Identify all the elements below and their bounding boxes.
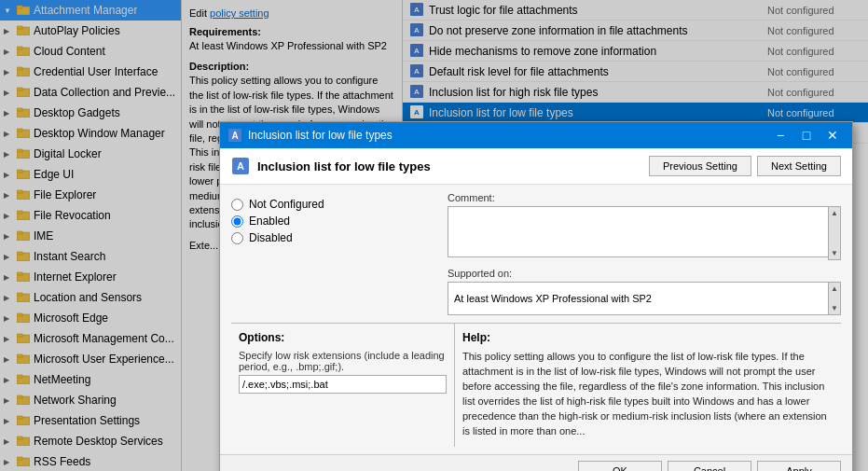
dialog[interactable]: A Inclusion list for low file types − □ … bbox=[219, 121, 853, 471]
radio-disabled[interactable]: Disabled bbox=[231, 231, 436, 244]
svg-rect-19 bbox=[17, 190, 22, 193]
policy-row[interactable]: A Hide mechanisms to remove zone informa… bbox=[403, 41, 868, 62]
policy-row[interactable]: A Trust logic for file attachmentsNot co… bbox=[403, 0, 868, 21]
policy-row[interactable]: A Inclusion list for high risk file type… bbox=[403, 82, 868, 103]
policy-link[interactable]: policy setting bbox=[210, 7, 269, 19]
folder-icon bbox=[17, 414, 30, 428]
sidebar-item-11[interactable]: ▶ IME bbox=[0, 226, 181, 246]
sidebar-item-16[interactable]: ▶ Microsoft Management Co... bbox=[0, 328, 181, 349]
sidebar-item-19[interactable]: ▶ Network Sharing bbox=[0, 390, 181, 410]
sidebar-item-label: IME bbox=[34, 229, 53, 242]
policy-status: Not configured bbox=[767, 46, 861, 57]
description-label: Description: bbox=[189, 61, 394, 72]
sidebar-item-14[interactable]: ▶ Location and Sensors bbox=[0, 287, 181, 308]
folder-icon bbox=[17, 45, 30, 59]
sidebar-item-15[interactable]: ▶ Microsoft Edge bbox=[0, 308, 181, 328]
dialog-body: Not Configured Enabled Disabled bbox=[220, 185, 852, 454]
sidebar-item-7[interactable]: ▶ Digital Locker bbox=[0, 144, 181, 164]
dialog-subtitle-icon: A bbox=[231, 157, 250, 175]
sidebar-item-5[interactable]: ▶ Desktop Gadgets bbox=[0, 103, 181, 123]
sidebar-item-label: Edge UI bbox=[34, 168, 74, 181]
sidebar-item-label: AutoPlay Policies bbox=[34, 24, 120, 37]
policy-row[interactable]: A Default risk level for file attachment… bbox=[403, 62, 868, 82]
sidebar-item-6[interactable]: ▶ Desktop Window Manager bbox=[0, 123, 181, 144]
folder-icon bbox=[17, 229, 30, 243]
policy-row[interactable]: A Inclusion list for low file typesNot c… bbox=[403, 103, 868, 123]
comment-textarea[interactable] bbox=[448, 206, 841, 257]
sidebar-item-0[interactable]: ▼ Attachment Manager bbox=[0, 0, 181, 21]
policy-status: Not configured bbox=[767, 5, 861, 16]
folder-icon bbox=[17, 127, 30, 141]
sidebar-item-label: Microsoft Management Co... bbox=[34, 332, 174, 345]
svg-rect-41 bbox=[17, 416, 22, 419]
next-setting-button[interactable]: Next Setting bbox=[757, 156, 841, 176]
help-text: This policy setting allows you to config… bbox=[462, 350, 834, 439]
sidebar-item-label: Digital Locker bbox=[34, 147, 102, 160]
sidebar-item-label: File Revocation bbox=[34, 209, 111, 222]
sidebar-item-20[interactable]: ▶ Presentation Settings bbox=[0, 410, 181, 431]
dialog-title: Inclusion list for low file types bbox=[248, 129, 768, 142]
sidebar-item-10[interactable]: ▶ File Revocation bbox=[0, 205, 181, 226]
folder-icon bbox=[17, 86, 30, 100]
expand-arrow-icon: ▶ bbox=[4, 130, 15, 138]
policy-row-icon: A bbox=[410, 85, 425, 100]
sidebar-item-label: Desktop Window Manager bbox=[34, 127, 165, 140]
svg-rect-13 bbox=[17, 129, 22, 132]
expand-arrow-icon: ▶ bbox=[4, 68, 15, 76]
svg-text:A: A bbox=[414, 67, 420, 76]
dialog-right-fields: Comment: ▲ ▼ Supported on: At least Wind… bbox=[448, 192, 841, 315]
expand-arrow-icon: ▶ bbox=[4, 109, 15, 118]
sidebar-item-1[interactable]: ▶ AutoPlay Policies bbox=[0, 21, 181, 41]
sidebar-item-2[interactable]: ▶ Cloud Content bbox=[0, 41, 181, 62]
svg-text:A: A bbox=[414, 88, 420, 96]
dialog-actions: OK Cancel Apply bbox=[220, 454, 852, 471]
policy-row-icon: A bbox=[410, 105, 425, 120]
supported-label: Supported on: bbox=[448, 268, 841, 279]
sidebar-item-22[interactable]: ▶ RSS Feeds bbox=[0, 451, 181, 471]
close-button[interactable]: ✕ bbox=[820, 125, 845, 145]
dialog-subtitle-buttons: Previous Setting Next Setting bbox=[649, 156, 841, 176]
sidebar-item-4[interactable]: ▶ Data Collection and Previe... bbox=[0, 82, 181, 103]
radio-enabled[interactable]: Enabled bbox=[231, 215, 436, 228]
sidebar-item-9[interactable]: ▶ File Explorer bbox=[0, 185, 181, 205]
folder-icon bbox=[17, 435, 30, 449]
dialog-title-icon: A bbox=[227, 128, 242, 143]
folder-icon bbox=[17, 291, 30, 305]
expand-arrow-icon: ▶ bbox=[4, 335, 15, 343]
sidebar-item-label: Remote Desktop Services bbox=[34, 435, 163, 448]
maximize-button[interactable]: □ bbox=[794, 125, 819, 145]
svg-rect-5 bbox=[17, 47, 22, 49]
policy-name: Inclusion list for high risk file types bbox=[429, 86, 767, 99]
apply-button[interactable]: Apply bbox=[757, 461, 841, 471]
folder-icon bbox=[17, 312, 30, 326]
ok-button[interactable]: OK bbox=[578, 461, 662, 471]
sidebar-item-label: Microsoft Edge bbox=[34, 312, 108, 325]
expand-arrow-icon: ▶ bbox=[4, 171, 15, 179]
sidebar-item-21[interactable]: ▶ Remote Desktop Services bbox=[0, 431, 181, 451]
radio-not-configured[interactable]: Not Configured bbox=[231, 198, 436, 211]
expand-arrow-icon: ▶ bbox=[4, 253, 15, 261]
folder-icon bbox=[17, 394, 30, 408]
dialog-subtitle-text: Inclusion list for low file types bbox=[257, 159, 431, 173]
minimize-button[interactable]: − bbox=[768, 125, 792, 145]
sidebar-item-12[interactable]: ▶ Instant Search bbox=[0, 246, 181, 267]
svg-rect-15 bbox=[17, 149, 22, 152]
sidebar-item-18[interactable]: ▶ NetMeeting bbox=[0, 369, 181, 390]
cancel-button[interactable]: Cancel bbox=[668, 461, 751, 471]
svg-rect-21 bbox=[17, 211, 22, 214]
expand-arrow-icon: ▶ bbox=[4, 48, 15, 56]
policy-row[interactable]: A Do not preserve zone information in fi… bbox=[403, 21, 868, 41]
svg-rect-11 bbox=[17, 108, 22, 111]
policy-name: Hide mechanisms to remove zone informati… bbox=[429, 45, 767, 58]
folder-icon bbox=[17, 209, 30, 223]
expand-arrow-icon: ▶ bbox=[4, 89, 15, 97]
sidebar: ▼ Attachment Manager▶ AutoPlay Policies▶… bbox=[0, 0, 182, 471]
folder-icon bbox=[17, 168, 30, 182]
prev-setting-button[interactable]: Previous Setting bbox=[649, 156, 751, 176]
expand-arrow-icon: ▶ bbox=[4, 396, 15, 405]
sidebar-item-3[interactable]: ▶ Credential User Interface bbox=[0, 62, 181, 82]
sidebar-item-17[interactable]: ▶ Microsoft User Experience... bbox=[0, 349, 181, 369]
sidebar-item-8[interactable]: ▶ Edge UI bbox=[0, 164, 181, 185]
options-input-field[interactable] bbox=[239, 375, 447, 394]
sidebar-item-13[interactable]: ▶ Internet Explorer bbox=[0, 267, 181, 287]
